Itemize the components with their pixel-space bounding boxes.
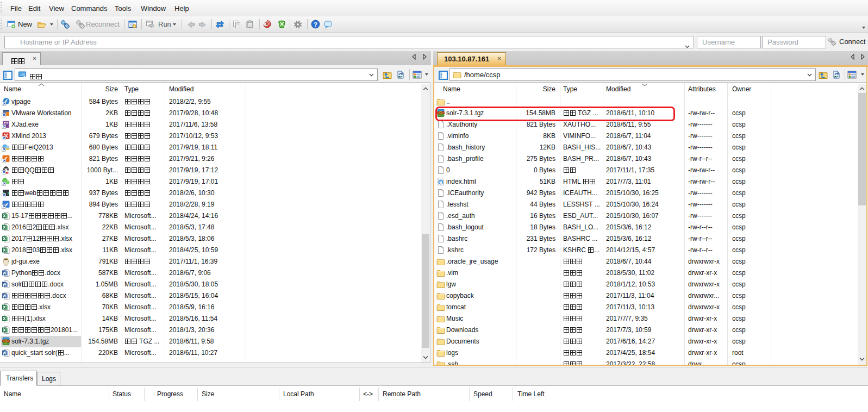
svg-text:?: ? [314,21,317,28]
